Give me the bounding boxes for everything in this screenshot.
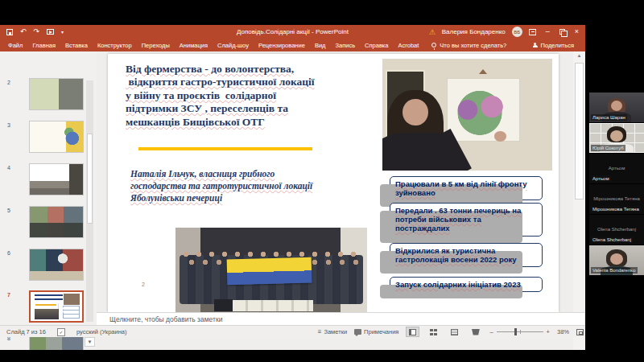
slide-sorter-icon <box>430 329 437 335</box>
dark-crate <box>214 299 233 311</box>
status-bar: Слайд 7 из 16 ✓ русский (Украина) ≡ Заме… <box>0 325 585 337</box>
comment-icon <box>354 329 361 335</box>
zoom-out-button[interactable]: – <box>489 328 493 335</box>
slide-number-selected: 7 <box>7 292 10 298</box>
slide-sorter-button[interactable] <box>427 327 440 337</box>
participant-tile-1[interactable]: Лариса Шаран <box>589 93 644 122</box>
tab-acrobat[interactable]: Acrobat <box>398 42 419 49</box>
participant-tile-6[interactable]: Valeriia Bondarenko <box>589 245 644 275</box>
participant-tile-2[interactable]: Юрій Сокотуб <box>589 123 644 153</box>
slide-thumbnail-3[interactable] <box>29 121 84 153</box>
callout-box-2[interactable]: Передали . 63 тонни печериць на потреби … <box>390 203 543 237</box>
notes-icon: ≡ <box>318 329 322 335</box>
slide-thumbnail-5[interactable] <box>29 206 84 238</box>
tell-me-label: Что вы хотите сделать? <box>440 42 506 49</box>
comments-toggle-button[interactable]: Примечания <box>354 328 398 335</box>
zoom-in-button[interactable]: + <box>547 328 550 335</box>
participant-display-name: Мірошникова Тетяна <box>589 196 644 201</box>
slide-thumbnail-6[interactable] <box>29 249 84 281</box>
tab-design[interactable]: Конструктор <box>97 42 132 49</box>
tab-review[interactable]: Рецензирование <box>258 42 305 49</box>
mini-group-photo <box>35 309 58 319</box>
mini-callout-boxes <box>63 306 80 319</box>
thumbnail-scrollbar[interactable] <box>86 80 93 322</box>
zoom-slider[interactable] <box>497 331 543 332</box>
tab-record[interactable]: Запись <box>335 42 355 49</box>
notes-pane[interactable]: Щелкните, чтобы добавить заметки <box>97 312 585 325</box>
title-bar: ↶ ↷ ▾ Доповідь.Солідарні акції - PowerPo… <box>0 25 585 39</box>
group-photo[interactable] <box>175 228 367 313</box>
tell-me-box[interactable]: Что вы хотите сделать? <box>431 42 506 49</box>
fit-slide-to-window-icon[interactable] <box>576 329 584 335</box>
slideshow-view-button[interactable] <box>469 327 482 337</box>
tab-slideshow[interactable]: Слайд-шоу <box>217 42 249 49</box>
callout-box-3[interactable]: Відкрилися як туристична гастролокація в… <box>390 243 543 267</box>
slide-title[interactable]: Від фермерства - до волонтерства, відкри… <box>126 63 391 129</box>
language-indicator[interactable]: русский (Украина) <box>76 328 127 335</box>
ukrainian-flag <box>227 257 312 286</box>
slide-7: Від фермерства - до волонтерства, відкри… <box>108 54 559 312</box>
callout-box-4[interactable]: Запуск солідарних ініціатив 2023 <box>390 277 543 292</box>
scroll-up-icon[interactable]: ▲ <box>573 53 585 58</box>
thumbnail-scroll-down-icon[interactable]: ▼ <box>85 337 95 347</box>
slide-number: 5 <box>7 208 10 213</box>
share-label: Поделиться <box>541 42 574 49</box>
avatar[interactable]: ВБ <box>512 27 522 37</box>
slide-thumbnail-7-selected[interactable] <box>29 290 84 323</box>
zoom-percentage[interactable]: 38% <box>557 328 569 335</box>
reading-view-button[interactable] <box>448 327 461 337</box>
share-person-icon <box>533 43 538 47</box>
canvas-scrollbar-thumb[interactable] <box>575 63 584 200</box>
callout-list: Працювали в 5 км від лінії фронту зуйнов… <box>390 54 544 312</box>
participant-display-name: Olena Shcherbanj <box>589 227 644 232</box>
participant-tile-3[interactable]: Артьом Артьом <box>589 154 644 183</box>
normal-view-button[interactable] <box>406 327 419 337</box>
mini-title-lines <box>35 294 63 302</box>
tab-help[interactable]: Справка <box>365 42 388 49</box>
slide-subtitle[interactable]: Наталія Ільчук, власниця грибного господ… <box>130 168 396 204</box>
ribbon-display-options-icon[interactable] <box>529 29 536 35</box>
tab-view[interactable]: Вид <box>315 42 326 49</box>
normal-view-icon <box>409 329 416 335</box>
participant-tile-5[interactable]: Olena Shcherbanj Olena Shcherbanj <box>589 215 644 245</box>
participant-face <box>611 101 622 111</box>
close-button[interactable]: × <box>572 28 582 35</box>
participant-tile-4[interactable]: Мірошникова Тетяна Мірошникова Тетяна <box>589 184 644 214</box>
zoom-slider-thumb[interactable] <box>514 328 517 335</box>
slide-number: 3 <box>7 122 10 128</box>
tab-transitions[interactable]: Переходы <box>142 42 170 49</box>
screen: ↶ ↷ ▾ Доповідь.Солідарні акції - PowerPo… <box>0 0 644 362</box>
thumbnail-scrollbar-thumb[interactable] <box>87 134 93 224</box>
slide-thumbnail-2[interactable] <box>29 78 84 110</box>
notes-placeholder: Щелкните, чтобы добавить заметки <box>109 315 222 323</box>
slide-counter[interactable]: Слайд 7 из 16 <box>6 328 46 335</box>
share-button[interactable]: Поделиться <box>533 39 574 51</box>
slide-thumbnail-4[interactable] <box>29 163 84 195</box>
canvas-scrollbar[interactable]: ▲ <box>573 51 585 350</box>
callout-box-1[interactable]: Працювали в 5 км від лінії фронту зуйнов… <box>390 176 543 200</box>
tab-insert[interactable]: Вставка <box>65 42 88 49</box>
warning-icon[interactable]: ⚠ <box>429 28 436 36</box>
spellcheck-icon[interactable]: ✓ <box>57 328 65 336</box>
ribbon: Файл Главная Вставка Конструктор Переход… <box>0 39 585 51</box>
slide-thumbnail-panel: 2 3 4 5 6 <box>0 51 97 350</box>
zoom-slider-midmark <box>520 330 521 334</box>
accent-underline-bar[interactable] <box>138 147 312 150</box>
slideshow-icon <box>472 329 480 335</box>
account-user-name[interactable]: Валерия Бондаренко <box>442 28 506 35</box>
slide-page-marker: 2 <box>142 282 145 287</box>
reading-view-icon <box>451 329 458 335</box>
minimize-button[interactable]: – <box>543 28 553 35</box>
participant-name-label: Мірошникова Тетяна <box>591 206 641 212</box>
mini-portrait-photo <box>64 294 80 305</box>
participant-name-label: Лариса Шаран <box>591 114 627 121</box>
tab-file[interactable]: Файл <box>8 42 23 49</box>
restore-button[interactable] <box>559 29 565 35</box>
participant-display-name: Артьом <box>589 166 644 171</box>
tab-animations[interactable]: Анимация <box>180 42 208 49</box>
mini-accent-bar <box>35 304 56 306</box>
slide-number: 4 <box>7 165 10 171</box>
notes-toggle-button[interactable]: ≡ Заметки <box>318 328 347 335</box>
participant-face <box>610 130 623 142</box>
tab-home[interactable]: Главная <box>32 42 56 49</box>
